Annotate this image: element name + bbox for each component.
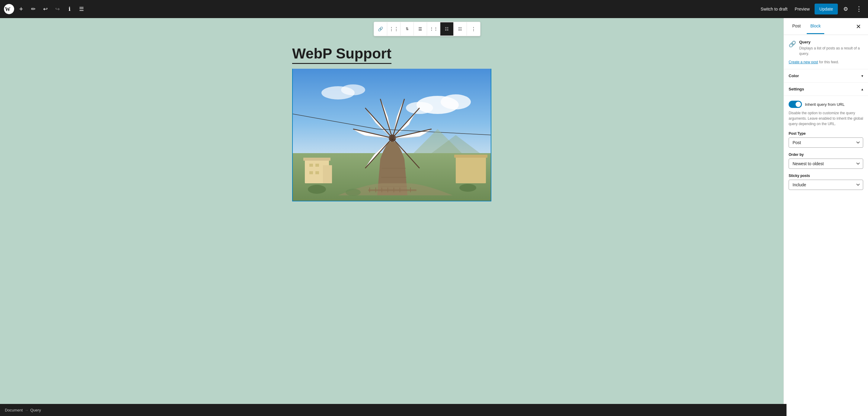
post-image-bg [293, 69, 491, 201]
link-button[interactable]: 🔗 [374, 22, 387, 36]
settings-chevron-icon: ▴ [861, 87, 863, 91]
sticky-posts-label: Sticky posts [788, 174, 863, 178]
post-title: WebP Support [292, 45, 392, 64]
settings-button[interactable]: ⋮⋮ [427, 22, 440, 36]
info-button[interactable]: ℹ [64, 4, 75, 14]
sidebar-close-button[interactable]: ✕ [854, 22, 863, 31]
svg-point-8 [341, 84, 365, 95]
svg-rect-32 [454, 154, 488, 158]
move-button[interactable]: ⇅ [401, 22, 414, 36]
order-by-label: Order by [788, 152, 863, 157]
editor-area: 🔗 ⋮⋮ ⇅ ☰ ⋮⋮ ☷ ☷ ⋮ WebP Support [0, 18, 783, 416]
sticky-posts-select[interactable]: Include Exclude Only [788, 180, 863, 190]
settings-section-header[interactable]: Settings ▴ [784, 82, 868, 96]
query-icon: 🔗 [788, 40, 796, 48]
query-title: Query [799, 40, 863, 44]
undo-button[interactable]: ↩ [40, 4, 51, 14]
toggle-row: Inherit query from URL [788, 101, 863, 108]
redo-button[interactable]: ↪ [52, 4, 63, 14]
block-more-button[interactable]: ⋮ [467, 22, 480, 36]
query-new-post-line: Create a new post for this feed. [788, 60, 863, 64]
settings-content: Inherit query from URL Disable the optio… [784, 96, 868, 200]
svg-rect-26 [323, 165, 332, 183]
inherit-query-row: Inherit query from URL Disable the optio… [788, 101, 863, 127]
post-image [292, 69, 491, 201]
svg-point-33 [308, 185, 326, 194]
svg-point-5 [441, 94, 471, 109]
top-bar-left: W + ✏ ↩ ↪ ℹ ☰ [4, 4, 756, 14]
post-type-label: Post Type [788, 132, 863, 136]
svg-point-34 [346, 189, 361, 196]
inherit-query-toggle[interactable] [788, 101, 802, 108]
grid-button[interactable]: ☷ [454, 22, 467, 36]
breadcrumb-query[interactable]: Query [30, 408, 41, 412]
tab-block[interactable]: Block [807, 19, 824, 34]
svg-rect-30 [315, 171, 319, 174]
create-new-post-link[interactable]: Create a new post [788, 60, 818, 64]
inherit-query-desc: Disable the option to customize the quer… [788, 110, 863, 127]
sticky-posts-row: Sticky posts Include Exclude Only [788, 174, 863, 190]
breadcrumb-document[interactable]: Document [5, 408, 23, 412]
post-type-row: Post Type Post Page Custom [788, 132, 863, 148]
preview-button[interactable]: Preview [792, 4, 812, 14]
query-header: 🔗 Query Displays a list of posts as a re… [788, 40, 863, 56]
query-link-suffix: for this feed. [818, 60, 839, 64]
svg-point-35 [459, 184, 476, 192]
top-bar: W + ✏ ↩ ↪ ℹ ☰ Switch to draft Preview Up… [0, 0, 868, 18]
sidebar-header: Post Block ✕ [784, 18, 868, 35]
query-info: Query Displays a list of posts as a resu… [799, 40, 863, 56]
switch-to-draft-button[interactable]: Switch to draft [758, 4, 790, 14]
list-view-block-button[interactable]: ☷ [440, 22, 454, 36]
color-section-title: Color [788, 74, 799, 78]
settings-section-title: Settings [788, 87, 804, 91]
tools-button[interactable]: ✏ [28, 4, 39, 14]
list-view-button[interactable]: ☰ [76, 4, 87, 14]
color-section-header[interactable]: Color ▾ [784, 69, 868, 82]
content-block: WebP Support [292, 45, 491, 201]
svg-rect-31 [456, 156, 486, 183]
query-description: Displays a list of posts as a result of … [799, 45, 863, 56]
drag-button[interactable]: ⋮⋮ [387, 22, 401, 36]
add-block-button[interactable]: + [16, 4, 27, 14]
sticky-posts-select-wrapper: Include Exclude Only [788, 180, 863, 190]
svg-rect-27 [309, 164, 313, 167]
more-options-button[interactable]: ⋮ [854, 4, 864, 14]
wp-logo[interactable]: W [4, 4, 14, 14]
svg-rect-25 [303, 158, 331, 161]
breadcrumb-separator: → [25, 408, 28, 412]
block-toolbar: 🔗 ⋮⋮ ⇅ ☰ ⋮⋮ ☷ ☷ ⋮ [374, 22, 480, 36]
order-by-select-wrapper: Newest to oldest Oldest to newest A → Z … [788, 159, 863, 169]
query-block-section: 🔗 Query Displays a list of posts as a re… [784, 35, 868, 69]
post-type-select[interactable]: Post Page Custom [788, 137, 863, 148]
order-by-select[interactable]: Newest to oldest Oldest to newest A → Z … [788, 159, 863, 169]
toggle-knob [796, 102, 801, 107]
post-type-select-wrapper: Post Page Custom [788, 137, 863, 148]
svg-rect-29 [309, 171, 313, 174]
inherit-query-label: Inherit query from URL [805, 102, 845, 107]
tab-post[interactable]: Post [788, 19, 804, 34]
update-button[interactable]: Update [814, 4, 838, 14]
align-button[interactable]: ☰ [414, 22, 427, 36]
svg-rect-28 [315, 164, 319, 167]
gear-button[interactable]: ⚙ [840, 4, 851, 14]
order-by-row: Order by Newest to oldest Oldest to newe… [788, 152, 863, 169]
main-layout: 🔗 ⋮⋮ ⇅ ☰ ⋮⋮ ☷ ☷ ⋮ WebP Support [0, 18, 868, 416]
sidebar: Post Block ✕ 🔗 Query Displays a list of … [783, 18, 868, 416]
breadcrumb: Document → Query [0, 404, 786, 416]
color-chevron-icon: ▾ [861, 74, 863, 78]
top-bar-right: Switch to draft Preview Update ⚙ ⋮ [758, 4, 864, 14]
svg-text:W: W [5, 6, 10, 12]
